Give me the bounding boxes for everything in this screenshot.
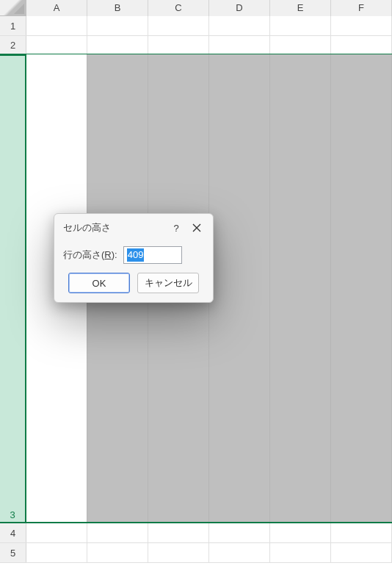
cell-B2[interactable] [87,36,148,54]
row-5: 5 [0,543,392,563]
cell-A5[interactable] [26,543,87,562]
column-header-row: A B C D E F [0,0,392,16]
cell-C4[interactable] [148,523,209,542]
close-icon [192,223,201,232]
column-header-C[interactable]: C [148,0,209,16]
row-height-label: 行の高さ(R): [63,248,117,262]
cell-E2[interactable] [270,36,331,54]
row-header-3[interactable]: 3 [0,54,26,522]
column-header-E[interactable]: E [270,0,331,16]
cell-C5[interactable] [148,543,209,562]
select-all-corner[interactable] [0,0,26,16]
cell-D4[interactable] [209,523,270,542]
cell-F2[interactable] [331,36,392,54]
row-header-4[interactable]: 4 [0,523,26,542]
row-header-5[interactable]: 5 [0,543,26,562]
column-header-F[interactable]: F [331,0,392,16]
dialog-body: 行の高さ(R): 409 [54,242,213,267]
cell-B1[interactable] [87,16,148,35]
cell-A1[interactable] [26,16,87,35]
row-height-dialog: セルの高さ ? 行の高さ(R): 409 OK キャンセル [54,213,214,303]
cell-C1[interactable] [148,16,209,35]
cell-E1[interactable] [270,16,331,35]
cell-E4[interactable] [270,523,331,542]
cell-D5[interactable] [209,543,270,562]
cell-E5[interactable] [270,543,331,562]
cell-F4[interactable] [331,523,392,542]
cell-F5[interactable] [331,543,392,562]
row-header-1[interactable]: 1 [0,16,26,35]
cancel-button[interactable]: キャンセル [137,273,199,293]
dialog-titlebar[interactable]: セルの高さ ? [54,214,213,242]
column-header-B[interactable]: B [87,0,148,16]
close-button[interactable] [186,220,207,236]
cell-F1[interactable] [331,16,392,35]
cell-A4[interactable] [26,523,87,542]
cell-D1[interactable] [209,16,270,35]
cell-A2[interactable] [26,36,87,54]
cell-E3[interactable] [270,54,331,522]
row-height-input[interactable] [123,246,182,264]
column-header-D[interactable]: D [209,0,270,16]
cell-D2[interactable] [209,36,270,54]
row-1: 1 [0,16,392,36]
row-2: 2 [0,36,392,54]
column-header-A[interactable]: A [26,0,87,16]
row-4: 4 [0,523,392,543]
help-button[interactable]: ? [166,220,186,236]
ok-button[interactable]: OK [68,273,130,293]
cell-B5[interactable] [87,543,148,562]
row-height-input-wrap: 409 [123,246,182,264]
dialog-buttons: OK キャンセル [54,267,213,302]
cell-C2[interactable] [148,36,209,54]
cell-F3[interactable] [331,54,392,522]
cell-D3[interactable] [209,54,270,522]
row-header-2[interactable]: 2 [0,36,26,54]
dialog-title: セルの高さ [63,221,166,234]
cell-B4[interactable] [87,523,148,542]
